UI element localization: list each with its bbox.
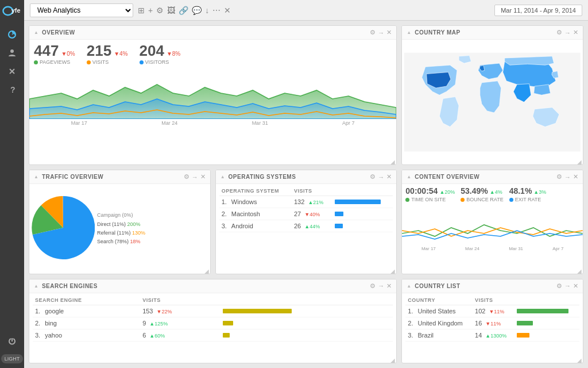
os-col-name: OPERATING SYSTEM [219,186,292,196]
country-map-header: ▲ COUNTRY MAP ⚙ → ✕ [402,26,583,40]
pageviews-dot [34,60,38,64]
overview-move-icon[interactable]: → [378,29,384,36]
content-label-mar17: Mar 17 [421,246,436,251]
toolbar-close-icon[interactable]: ✕ [224,6,231,15]
os-header: ▲ OPERATING SYSTEMS ⚙ → ✕ [216,170,397,184]
os-widget: ▲ OPERATING SYSTEMS ⚙ → ✕ OPERATING SYST… [215,170,397,274]
map-title: COUNTRY MAP [415,29,554,36]
toolbar-grid-icon[interactable]: ⊞ [138,6,145,15]
traffic-direct-label: Direct (11%) 200% [97,220,145,229]
content-resize-handle[interactable]: ◢ [577,268,582,273]
overview-close-icon[interactable]: ✕ [386,29,392,36]
os-row3-rank: 3. [219,220,229,232]
content-collapse-icon[interactable]: ▲ [407,174,411,179]
country-row2-change: ▼11% [485,321,501,327]
sidebar-item-power[interactable] [4,334,20,350]
country-list-close-icon[interactable]: ✕ [573,282,578,290]
os-row1-name: Windows [229,196,292,208]
sidebar-item-users[interactable] [4,45,20,61]
overview-chart-labels: Mar 17 Mar 24 Mar 31 Apr 7 [29,119,396,127]
time-on-site-stat: 00:00:54 ▲20% TIME ON SITE [405,186,455,202]
traffic-resize-handle[interactable]: ◢ [204,268,209,273]
traffic-move-icon[interactable]: → [192,174,198,181]
search-row2-change: ▲125% [149,321,168,327]
toolbar-comment-icon[interactable]: 💬 [192,6,202,15]
search-collapse-icon[interactable]: ▲ [34,283,38,289]
sidebar-item-help[interactable]: ? [4,82,20,98]
visitors-change: ▼8% [167,51,180,57]
os-row3-name: Android [229,220,292,232]
toolbar-image-icon[interactable]: 🖼 [167,6,175,15]
bounce-rate-stat: 53.49% ▲4% BOUNCE RATE [461,186,503,202]
svg-text:?: ? [10,85,16,94]
map-settings-icon[interactable]: ⚙ [556,29,562,36]
os-row1-rank: 1. [219,196,229,208]
logo[interactable]: yfe [2,5,22,20]
content-move-icon[interactable]: → [564,174,571,181]
exit-rate-change: ▲3% [533,189,546,195]
exit-rate-value: 48.1% [509,186,532,195]
visits-value: 215 [87,43,111,58]
traffic-collapse-icon[interactable]: ▲ [34,174,38,179]
traffic-settings-icon[interactable]: ⚙ [184,173,189,181]
os-move-icon[interactable]: → [378,174,384,181]
os-row2-name: Macintosh [229,208,292,220]
content-close-icon[interactable]: ✕ [573,173,578,181]
os-collapse-icon[interactable]: ▲ [220,174,225,179]
pageviews-change: ▼0% [61,51,75,57]
country-list-move-icon[interactable]: → [564,282,571,289]
traffic-pie-chart [32,196,95,262]
overview-resize-handle[interactable]: ◢ [390,159,395,163]
toolbar-link-icon[interactable]: 🔗 [179,6,188,15]
country-list-resize-handle[interactable]: ◢ [577,357,582,362]
bounce-rate-value: 53.49% [461,186,488,195]
exit-rate-label: EXIT RATE [509,197,547,202]
map-close-icon[interactable]: ✕ [573,29,578,36]
os-resize-handle[interactable]: ◢ [390,268,395,273]
search-row2-name: bing [42,317,140,329]
toolbar-more-icon[interactable]: ⋯ [212,6,220,15]
country-list-collapse-icon[interactable]: ▲ [407,283,411,289]
svg-text:yfe: yfe [11,7,21,14]
dashboard-selector[interactable]: Web Analytics [30,3,133,17]
sidebar-item-dashboard[interactable] [4,26,20,43]
bounce-rate-change: ▲4% [490,189,502,195]
os-close-icon[interactable]: ✕ [386,173,392,181]
light-mode-button[interactable]: LIGHT [1,354,24,363]
search-table: SEARCH ENGINE VISITS 1. google 153 ▼22% [33,296,393,342]
search-col-name: SEARCH ENGINE [33,296,140,305]
country-row3-visits: 14 ▲1300% [473,329,514,341]
search-row3-visits: 6 ▲60% [140,329,220,341]
map-resize-handle[interactable]: ◢ [577,159,582,163]
time-dot [405,198,409,202]
search-settings-icon[interactable]: ⚙ [370,282,376,290]
date-range-picker[interactable]: Mar 11, 2014 - Apr 9, 2014 [494,5,582,16]
sidebar: yfe ? LIGHT [0,0,24,368]
table-row: 3. yahoo 6 ▲60% [33,329,393,341]
visitors-label: VISITORS [140,59,181,65]
map-body [402,40,583,164]
search-move-icon[interactable]: → [378,282,384,289]
country-row3-change: ▲1300% [485,333,506,339]
search-close-icon[interactable]: ✕ [386,282,392,290]
overview-collapse-icon[interactable]: ▲ [34,30,38,35]
traffic-close-icon[interactable]: ✕ [200,173,206,181]
toolbar-download-icon[interactable]: ↓ [205,6,209,15]
traffic-search-label: Search (78%) 18% [97,237,145,246]
toolbar-settings-icon[interactable]: ⚙ [156,6,164,15]
search-resize-handle[interactable]: ◢ [390,357,395,362]
toolbar-add-icon[interactable]: + [148,6,153,15]
map-collapse-icon[interactable]: ▲ [407,30,411,35]
table-row: 2. Macintosh 27 ▼40% [219,208,393,220]
search-row3-name: yahoo [42,329,140,341]
sidebar-item-tools[interactable] [4,63,20,79]
os-row2-rank: 2. [219,208,229,220]
search-row3-bar [220,329,393,341]
map-move-icon[interactable]: → [564,29,571,36]
overview-settings-icon[interactable]: ⚙ [370,29,376,36]
os-settings-icon[interactable]: ⚙ [370,173,376,181]
content-settings-icon[interactable]: ⚙ [556,173,562,181]
table-row: 1. Windows 132 ▲21% [219,196,393,208]
country-list-settings-icon[interactable]: ⚙ [556,282,562,290]
country-row2-name: United Kingdom [416,317,473,329]
